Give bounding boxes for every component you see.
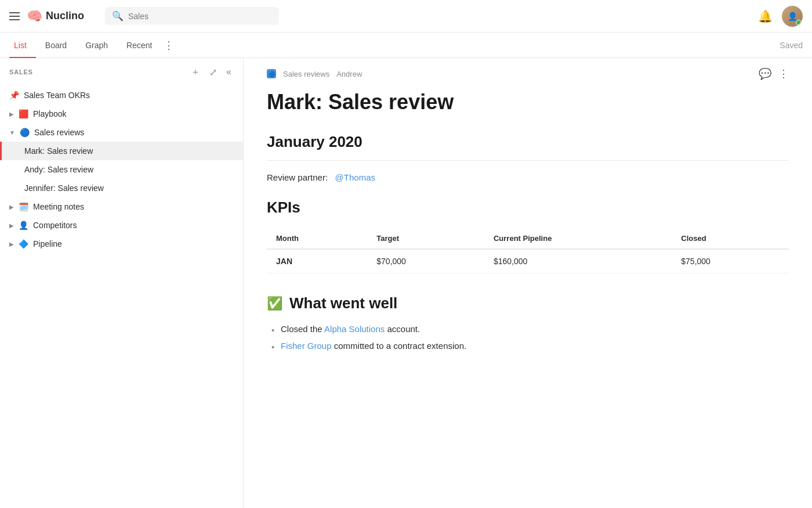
chevron-down-icon: ▼ xyxy=(9,129,15,136)
col-pipeline: Current Pipeline xyxy=(484,228,672,249)
sidebar-item-okrs[interactable]: 📌 Sales Team OKRs xyxy=(0,86,243,105)
bullet-dot: • xyxy=(271,342,276,352)
sidebar-item-label: Competitors xyxy=(33,221,221,230)
list-item: • Fisher Group committed to a contract e… xyxy=(267,341,789,352)
sidebar-item-pipeline[interactable]: ▶ 🔷 Pipeline xyxy=(0,235,243,253)
kpi-table: Month Target Current Pipeline Closed JAN… xyxy=(267,228,789,273)
main-layout: SALES ＋ ⤢ « 📌 Sales Team OKRs ▶ 🟥 Playbo… xyxy=(0,58,812,508)
col-target: Target xyxy=(367,228,484,249)
pipeline-icon: 🔷 xyxy=(19,239,28,248)
logo-icon: 🧠 xyxy=(27,9,42,24)
more-options-icon[interactable]: ⋮ xyxy=(164,39,174,52)
tab-graph[interactable]: Graph xyxy=(76,33,117,58)
period-heading: January 2020 xyxy=(267,133,789,151)
list-item: • Closed the Alpha Solutions account. xyxy=(267,324,789,335)
cell-target: $70,000 xyxy=(367,249,484,273)
breadcrumb-label: Sales reviews xyxy=(283,70,329,78)
bullet-text: Closed the Alpha Solutions account. xyxy=(281,324,420,334)
notifications-button[interactable]: 🔔 xyxy=(758,9,773,23)
sidebar-item-meeting-notes[interactable]: ▶ 🗓️ Meeting notes xyxy=(0,197,243,216)
user-avatar[interactable]: 👤 xyxy=(782,6,803,27)
folder-icon: 🟥 xyxy=(19,109,28,118)
review-partner-label: Review partner: xyxy=(267,172,328,182)
search-input[interactable] xyxy=(128,12,272,21)
checkbox-icon: ✅ xyxy=(267,296,282,311)
review-partner-mention[interactable]: @Thomas xyxy=(335,172,375,182)
bullet-text-after: committed to a contract extension. xyxy=(334,341,466,351)
cell-pipeline: $160,000 xyxy=(484,249,672,273)
sidebar-item-playbook[interactable]: ▶ 🟥 Playbook xyxy=(0,105,243,123)
doc-header: 🔵 Sales reviews Andrew 💬 ⋮ xyxy=(244,58,812,80)
more-doc-options-button[interactable]: ⋮ xyxy=(778,67,789,80)
chevron-right-icon: ▶ xyxy=(9,222,14,229)
logo-text: Nuclino xyxy=(46,10,84,22)
topbar: 🧠 Nuclino 🔍 🔔 👤 xyxy=(0,0,812,33)
search-icon: 🔍 xyxy=(112,10,124,21)
breadcrumb-author: Andrew xyxy=(336,70,362,78)
sidebar-item-label: Pipeline xyxy=(33,239,221,248)
sidebar-item-label: Mark: Sales review xyxy=(24,146,234,156)
sidebar-actions: ＋ ⤢ « xyxy=(188,65,234,80)
menu-button[interactable] xyxy=(9,12,20,20)
saved-status: Saved xyxy=(780,41,803,50)
sidebar-item-jennifer-review[interactable]: Jennifer: Sales review xyxy=(0,179,243,197)
sidebar: SALES ＋ ⤢ « 📌 Sales Team OKRs ▶ 🟥 Playbo… xyxy=(0,58,244,508)
chevron-right-icon: ▶ xyxy=(9,204,14,210)
tab-list[interactable]: List xyxy=(9,33,36,58)
topbar-right: 🔔 👤 xyxy=(758,6,803,27)
went-well-title: What went well xyxy=(289,294,397,312)
search-bar[interactable]: 🔍 xyxy=(105,7,279,25)
tab-recent[interactable]: Recent xyxy=(117,33,161,58)
sidebar-item-label: Jennifer: Sales review xyxy=(24,183,234,193)
bullet-text-before: Closed the xyxy=(281,324,324,334)
sidebar-item-andy-review[interactable]: Andy: Sales review xyxy=(0,160,243,179)
fisher-group-link[interactable]: Fisher Group xyxy=(281,341,332,351)
expand-button[interactable]: ⤢ xyxy=(207,66,219,79)
cell-month: JAN xyxy=(267,249,367,273)
sidebar-item-label: Andy: Sales review xyxy=(24,165,234,174)
pin-icon: 📌 xyxy=(9,91,19,100)
avatar-image: 👤 xyxy=(782,6,803,27)
sidebar-item-mark-review[interactable]: Mark: Sales review xyxy=(0,142,243,160)
alpha-solutions-link[interactable]: Alpha Solutions xyxy=(324,324,385,334)
competitors-icon: 👤 xyxy=(19,221,28,230)
doc-title: Mark: Sales review xyxy=(267,89,789,114)
bullet-text-after: account. xyxy=(387,324,420,334)
breadcrumb-icon: 🔵 xyxy=(267,69,276,78)
sidebar-item-sales-reviews[interactable]: ▼ 🔵 Sales reviews xyxy=(0,123,243,142)
meeting-icon: 🗓️ xyxy=(19,202,28,211)
sidebar-header: SALES ＋ ⤢ « xyxy=(0,58,243,86)
kpis-heading: KPIs xyxy=(267,199,789,217)
cell-closed: $75,000 xyxy=(672,249,789,273)
sidebar-item-label: Playbook xyxy=(33,109,221,118)
nav-tabs: List Board Graph Recent ⋮ Saved xyxy=(0,33,812,58)
chevron-right-icon: ▶ xyxy=(9,111,14,117)
folder-open-icon: 🔵 xyxy=(20,128,30,137)
sidebar-items-list: 📌 Sales Team OKRs ▶ 🟥 Playbook ▼ 🔵 Sales… xyxy=(0,86,243,508)
bullet-text: Fisher Group committed to a contract ext… xyxy=(281,341,466,351)
bullet-dot: • xyxy=(271,325,276,335)
collapse-sidebar-button[interactable]: « xyxy=(224,66,234,78)
section-divider xyxy=(267,160,789,161)
main-content: 🔵 Sales reviews Andrew 💬 ⋮ Mark: Sales r… xyxy=(244,58,812,508)
tab-board[interactable]: Board xyxy=(36,33,76,58)
chevron-right-icon: ▶ xyxy=(9,241,14,247)
sidebar-item-label: Sales Team OKRs xyxy=(24,91,221,100)
went-well-heading: ✅ What went well xyxy=(267,294,789,312)
doc-body: Mark: Sales review January 2020 Review p… xyxy=(244,80,812,381)
review-partner: Review partner: @Thomas xyxy=(267,172,789,182)
sidebar-section-title: SALES xyxy=(9,69,33,75)
add-item-button[interactable]: ＋ xyxy=(188,65,202,80)
sidebar-item-label: Meeting notes xyxy=(33,202,221,211)
col-closed: Closed xyxy=(672,228,789,249)
table-row: JAN $70,000 $160,000 $75,000 xyxy=(267,249,789,273)
sidebar-item-label: Sales reviews xyxy=(34,128,221,137)
sidebar-item-competitors[interactable]: ▶ 👤 Competitors xyxy=(0,216,243,235)
app-logo: 🧠 Nuclino xyxy=(27,9,84,24)
doc-actions: 💬 ⋮ xyxy=(759,67,789,80)
comments-button[interactable]: 💬 xyxy=(759,67,771,80)
col-month: Month xyxy=(267,228,367,249)
went-well-list: • Closed the Alpha Solutions account. • … xyxy=(267,324,789,352)
